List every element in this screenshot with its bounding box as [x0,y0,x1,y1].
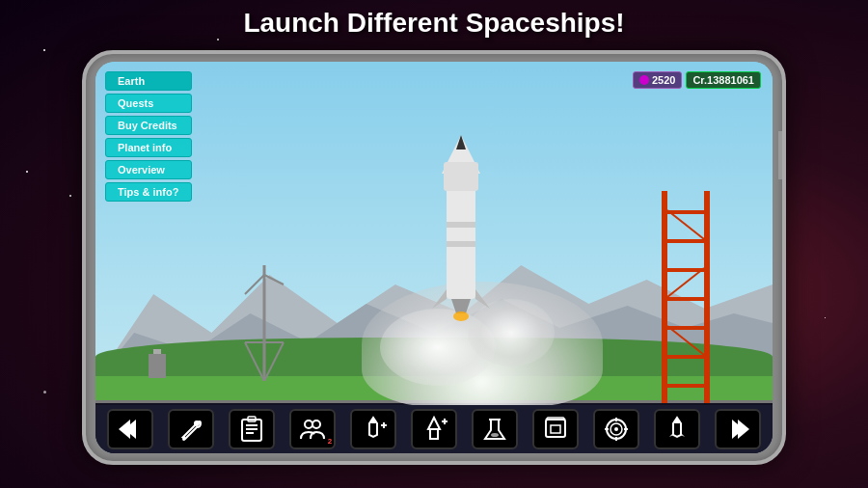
svg-line-17 [667,210,704,239]
svg-line-18 [667,268,704,297]
svg-marker-43 [428,418,440,429]
svg-line-3 [245,275,264,294]
research-button[interactable] [472,409,518,449]
target-button[interactable] [593,409,639,449]
svg-point-48 [491,433,499,437]
crew-badge: 2 [328,437,332,446]
svg-rect-11 [662,239,710,243]
prev-button[interactable] [107,409,153,449]
crew-button[interactable]: 2 [289,409,336,449]
toolbar: 2 [95,405,773,453]
svg-rect-13 [662,297,710,301]
phone-screen: Earth Quests Buy Credits Planet info Ove… [95,62,773,453]
gem-count: 2520 [652,74,675,86]
next-button[interactable] [715,409,761,449]
svg-line-7 [264,342,284,381]
hud-top-right: 2520 Cr.13881061 [633,71,761,89]
add-rocket-button[interactable] [350,409,396,449]
menu-quests[interactable]: Quests [105,94,192,113]
inventory-button[interactable] [229,409,275,449]
svg-point-32 [194,420,200,426]
svg-point-53 [614,427,618,431]
svg-marker-28 [451,299,471,313]
svg-rect-16 [662,384,710,388]
svg-line-4 [264,275,284,285]
wrench-button[interactable] [168,409,214,449]
credits-counter: Cr.13881061 [686,71,761,89]
side-button[interactable] [778,131,786,179]
svg-marker-63 [738,420,749,439]
svg-rect-23 [444,162,478,191]
svg-line-6 [245,342,264,381]
svg-rect-20 [447,174,475,299]
launch-tower-right [657,191,715,403]
building-1 [149,354,166,378]
menu-planet-info[interactable]: Planet info [105,138,192,157]
add-ship-button[interactable] [411,409,457,449]
gem-icon [639,75,649,85]
svg-marker-31 [119,420,130,439]
menu-planet[interactable]: Earth [105,71,192,91]
phone-frame: Earth Quests Buy Credits Planet info Ove… [82,50,786,465]
svg-marker-27 [475,289,490,309]
svg-point-39 [312,420,320,428]
svg-rect-50 [551,425,560,433]
svg-marker-26 [432,289,447,309]
svg-marker-61 [681,433,685,437]
svg-point-38 [305,420,312,428]
gem-counter: 2520 [633,71,682,89]
menu-tips[interactable]: Tips & info? [105,182,192,202]
svg-rect-25 [447,241,475,247]
crane-tower [240,265,288,381]
page-title: Launch Different Spaceships! [0,8,868,39]
svg-rect-15 [662,355,710,359]
svg-rect-49 [546,420,565,437]
menu-overview[interactable]: Overview [105,160,192,179]
building-roof [153,349,161,354]
svg-point-29 [453,312,469,321]
launch-button[interactable] [654,409,700,449]
svg-line-19 [667,326,704,355]
menu-buy-credits[interactable]: Buy Credits [105,116,192,135]
svg-rect-44 [430,429,438,439]
rocket [422,135,500,328]
svg-rect-24 [447,222,475,228]
market-button[interactable] [532,409,579,449]
menu-overlay: Earth Quests Buy Credits Planet info Ove… [105,71,192,204]
svg-marker-60 [669,433,673,437]
